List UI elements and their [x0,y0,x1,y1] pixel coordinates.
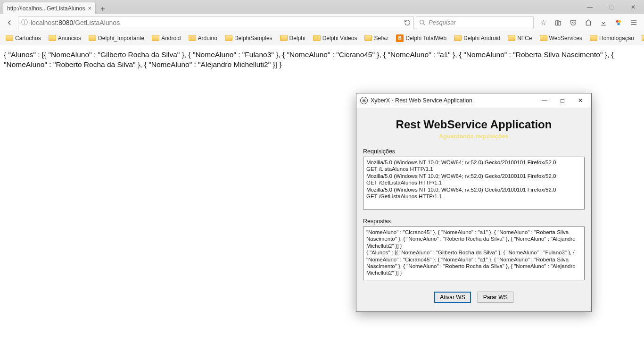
bookmark-label: Delphi Android [463,35,500,42]
new-tab-button[interactable]: + [97,4,109,14]
folder-icon [364,35,372,41]
folder-icon [89,35,96,41]
bookmark-label: NFCe [517,35,532,42]
folder-icon [225,35,232,41]
bookmark-label: Delphi_Importante [98,35,144,42]
window-controls: — ◻ ✕ [579,0,644,14]
bookmark-label: Android [161,35,181,42]
downloads-icon[interactable] [596,16,611,29]
bookmark-item[interactable]: WebServices [537,34,585,42]
bookmark-item[interactable]: Anuncios [46,34,84,42]
navbar: ⓘ localhost:8080/GetListaAlunos Pesquisa… [0,14,644,31]
svg-point-6 [617,23,619,25]
tab-close-icon[interactable]: × [88,5,91,12]
bookmark-item[interactable]: Arduino [186,34,220,42]
folder-icon [454,35,462,41]
bookmark-item[interactable]: BDelphi TotalWeb [393,34,449,43]
svg-rect-8 [631,22,636,23]
maximize-button[interactable]: ◻ [601,0,622,14]
library-icon[interactable] [551,16,566,29]
bookmark-item[interactable]: Homologação [587,34,637,42]
url-port: :8080 [57,19,73,26]
tab-active[interactable]: http://localhos...GetListaAlunos × [3,2,96,14]
close-button[interactable]: ✕ [622,0,644,14]
tab-label: http://localhos...GetListaAlunos [7,5,85,12]
folder-icon [590,35,597,41]
folder-icon [189,35,196,41]
response-json-text: { "Alunos" : [{ "NomeAluno" : "Gilberto … [4,50,614,68]
bookmark-label: Delphi Videos [322,35,357,42]
svg-point-4 [616,20,619,22]
bookmark-item[interactable]: Delphi Videos [310,34,360,42]
bookmark-item[interactable]: Cartuchos [3,34,44,42]
svg-rect-7 [631,20,636,21]
search-placeholder: Pesquisar [429,19,456,26]
url-text: localhost:8080/GetListaAlunos [31,19,401,26]
url-path: /GetListaAlunos [73,19,120,26]
label-respostas: Respostas [363,218,585,225]
folder-icon [152,35,159,41]
bookmark-label: DelphiSamples [234,35,272,42]
memo-requisicoes[interactable] [363,157,585,210]
minimize-button[interactable]: — [579,0,601,14]
bookmark-label: Delphi TotalWeb [405,35,446,42]
folder-icon [280,35,288,41]
app-icon: ✻ [360,97,368,104]
home-icon[interactable] [581,16,596,29]
bookmark-label: Delphi [289,35,305,42]
bookmark-label: Sefaz [374,35,388,42]
app-heading: Rest WebService Application [363,118,585,131]
folder-icon [508,35,515,41]
toolbar-icons: ☆ [536,16,641,29]
folder-icon [642,35,644,41]
blogger-icon: B [396,34,404,42]
url-bar[interactable]: ⓘ localhost:8080/GetListaAlunos [18,16,414,29]
search-icon [419,19,426,26]
bookmark-item[interactable]: Sefaz [362,34,391,42]
svg-rect-9 [631,24,636,25]
app-close-button[interactable]: ✕ [571,94,589,107]
folder-icon [49,35,56,41]
pocket-icon[interactable] [566,16,581,29]
bookmark-item[interactable]: Delphi Android [451,34,503,42]
app-body: Rest WebService Application Aguardando r… [356,108,591,311]
bookmark-label: Anuncios [58,35,81,42]
svg-point-5 [619,20,621,22]
bookmark-item[interactable]: DelphiSamples [222,34,275,42]
bookmark-label: Cartuchos [15,35,41,42]
menu-icon[interactable] [626,16,641,29]
app-window-controls: — ◻ ✕ [536,94,589,107]
bookmark-star-icon[interactable]: ☆ [536,16,551,29]
memo-respostas[interactable] [363,227,585,280]
app-titlebar[interactable]: ✻ XyberX - Rest Web Service Application … [356,93,591,108]
bookmark-item[interactable]: NFCe [505,34,535,42]
svg-point-0 [420,20,424,24]
ativar-ws-button[interactable]: Ativar WS [434,292,471,303]
bookmark-item[interactable]: Android [149,34,183,42]
bookmark-item[interactable]: PAF-ECF [639,34,644,42]
svg-rect-3 [559,21,560,25]
page-body: { "Alunos" : [{ "NomeAluno" : "Gilberto … [0,45,644,75]
app-subtitle: Aguardando requisições [363,133,585,140]
app-title: XyberX - Rest Web Service Application [371,97,472,104]
bookmark-item[interactable]: Delphi [277,34,308,42]
bookmark-item[interactable]: Delphi_Importante [86,34,147,42]
bookmarks-bar: CartuchosAnunciosDelphi_ImportanteAndroi… [0,31,644,45]
tab-strip: http://localhos...GetListaAlunos × + [0,2,109,14]
folder-icon [313,35,321,41]
extension-icon[interactable] [611,16,626,29]
folder-icon [6,35,13,41]
bookmark-label: Arduino [198,35,217,42]
label-requisicoes: Requisições [363,148,585,155]
app-window: ✻ XyberX - Rest Web Service Application … [356,93,592,312]
reload-icon[interactable] [404,19,411,26]
parar-ws-button[interactable]: Parar WS [478,292,513,303]
app-button-row: Ativar WS Parar WS [363,292,585,303]
app-maximize-button[interactable]: ◻ [553,94,571,107]
search-bar[interactable]: Pesquisar [416,16,534,29]
bookmark-label: WebServices [549,35,582,42]
identity-icon[interactable]: ⓘ [21,18,28,27]
back-button[interactable] [3,16,16,29]
bookmark-label: Homologação [599,35,634,42]
app-minimize-button[interactable]: — [536,94,553,107]
